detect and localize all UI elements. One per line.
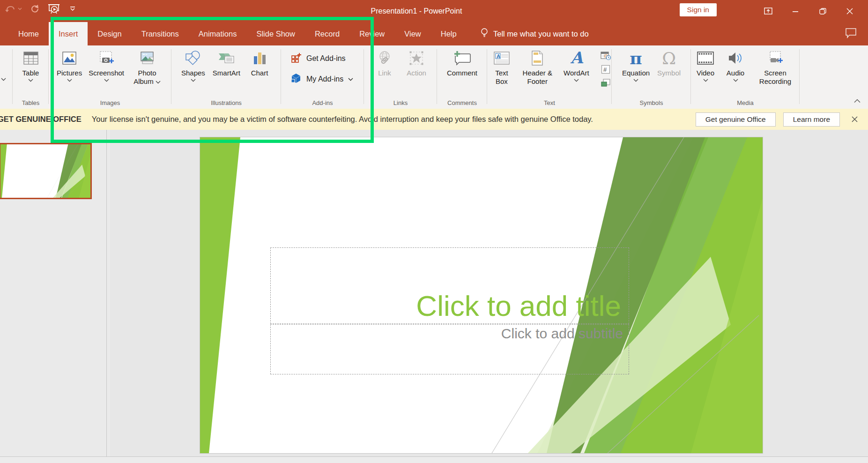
ribbon-group-symbols: π Equation Ω Symbol Symbols [612, 45, 691, 109]
video-button[interactable]: Video [692, 49, 719, 82]
ribbon-group-clipped [0, 45, 13, 109]
chart-icon [252, 49, 267, 67]
my-add-ins-button[interactable]: My Add-ins [290, 73, 353, 86]
ribbon-group-comments: Comment Comments [437, 45, 487, 109]
get-genuine-office-button[interactable]: Get genuine Office [696, 112, 776, 127]
tab-animations[interactable]: Animations [189, 22, 247, 45]
restore-icon[interactable] [809, 0, 836, 22]
wordart-icon: A [568, 49, 584, 67]
chevron-down-icon [574, 79, 579, 82]
tab-design[interactable]: Design [88, 22, 131, 45]
svg-text:A: A [570, 50, 584, 66]
group-label-text: Text [487, 99, 612, 106]
minimize-icon[interactable] [782, 0, 809, 22]
sign-in-button[interactable]: Sign in [680, 3, 717, 16]
shapes-button[interactable]: Shapes [179, 49, 207, 82]
ribbon-group-text: A Text Box Header & Footer A WordArt [487, 45, 612, 109]
text-small-buttons: # [600, 49, 612, 89]
collapse-ribbon-icon[interactable] [854, 97, 861, 105]
audio-button[interactable]: Audio [722, 49, 749, 82]
insert-object-icon[interactable] [600, 77, 612, 89]
slide-thumbnail-panel [0, 130, 110, 463]
table-button[interactable]: Table [17, 49, 45, 82]
window-title: Presentation1 - PowerPoint [371, 0, 462, 22]
subtitle-placeholder[interactable]: Click to add subtitle [270, 324, 629, 374]
get-add-ins-button[interactable]: Get Add-ins [290, 52, 346, 65]
chevron-down-icon [633, 79, 638, 82]
date-and-time-icon[interactable] [600, 50, 612, 61]
group-label-add-ins: Add-ins [281, 99, 364, 106]
tab-record[interactable]: Record [305, 22, 349, 45]
screen-recording-icon [767, 49, 784, 67]
my-add-ins-icon [290, 73, 302, 86]
learn-more-button[interactable]: Learn more [783, 112, 840, 127]
panel-divider[interactable] [106, 130, 107, 463]
text-box-icon: A [493, 49, 510, 67]
action-button[interactable]: Action [403, 49, 430, 77]
screenshot-button[interactable]: Screenshot [87, 49, 126, 82]
customize-qat-icon[interactable] [67, 3, 79, 15]
tab-insert[interactable]: Insert [49, 22, 88, 45]
tell-me-box[interactable]: Tell me what you want to do [480, 22, 589, 45]
group-label-links: Links [364, 99, 437, 106]
slide-thumbnail-1[interactable] [0, 143, 92, 199]
slide-canvas[interactable]: Click to add title Click to add subtitle [200, 137, 763, 453]
chevron-down-icon [28, 79, 33, 82]
redo-icon[interactable] [29, 3, 41, 15]
tab-view[interactable]: View [394, 22, 430, 45]
title-placeholder-text: Click to add title [416, 289, 621, 322]
ribbon-insert: Table Tables Pictures [0, 45, 868, 109]
lightbulb-icon [480, 28, 489, 40]
status-bar [0, 456, 868, 463]
undo-menu-chevron-icon[interactable] [17, 3, 22, 15]
undo-icon[interactable] [4, 3, 16, 15]
pictures-icon [61, 49, 77, 67]
photo-album-icon [139, 49, 156, 67]
group-label-comments: Comments [437, 99, 487, 106]
tab-transitions[interactable]: Transitions [132, 22, 189, 45]
group-label-illustrations: Illustrations [171, 99, 281, 106]
close-icon[interactable] [847, 112, 861, 127]
tab-slide-show[interactable]: Slide Show [246, 22, 305, 45]
subtitle-placeholder-text: Click to add subtitle [501, 326, 623, 342]
slide-number-icon[interactable]: # [600, 64, 612, 75]
ribbon-display-options-icon[interactable] [755, 0, 782, 22]
pictures-button[interactable]: Pictures [55, 49, 84, 82]
ribbon-tabs: Home Insert Design Transitions Animation… [0, 22, 868, 45]
chevron-down-icon [1, 75, 6, 83]
tab-home[interactable]: Home [8, 22, 49, 45]
chevron-down-icon [156, 81, 161, 84]
group-label-images: Images [49, 99, 171, 106]
link-button[interactable]: Link [371, 49, 398, 77]
text-box-button[interactable]: A Text Box [487, 49, 516, 86]
title-placeholder[interactable]: Click to add title [270, 247, 629, 324]
thumbnail-theme-art [0, 144, 90, 198]
header-footer-button[interactable]: Header & Footer [519, 49, 556, 86]
start-slideshow-icon[interactable] [48, 3, 60, 15]
smartart-button[interactable]: SmartArt [211, 49, 242, 77]
link-icon [376, 49, 393, 67]
symbol-button[interactable]: Ω Symbol [655, 49, 683, 77]
chevron-down-icon [104, 79, 109, 82]
license-bar-message: Your license isn't genuine, and you may … [92, 115, 593, 124]
license-bar-tag: GET GENUINE OFFICE [0, 115, 82, 124]
chevron-down-icon [67, 79, 72, 82]
chevron-down-icon [348, 78, 353, 81]
action-icon [408, 49, 424, 67]
screen-recording-button[interactable]: Screen Recording [752, 49, 799, 86]
video-icon [697, 49, 714, 67]
tab-review[interactable]: Review [349, 22, 394, 45]
equation-button[interactable]: π Equation [620, 49, 652, 82]
photo-album-button[interactable]: Photo Album [129, 49, 165, 86]
window-controls [755, 0, 863, 22]
wordart-button[interactable]: A WordArt [559, 49, 594, 82]
ribbon-group-tables: Table Tables [13, 45, 49, 109]
feedback-comment-icon[interactable] [845, 28, 857, 40]
comment-button[interactable]: Comment [445, 49, 479, 77]
close-window-icon[interactable] [836, 0, 863, 22]
group-label-symbols: Symbols [612, 99, 691, 106]
group-label-media: Media [691, 99, 800, 106]
chart-button[interactable]: Chart [246, 49, 273, 77]
powerpoint-window: Presentation1 - PowerPoint Sign in Home … [0, 0, 868, 463]
tab-help[interactable]: Help [431, 22, 467, 45]
